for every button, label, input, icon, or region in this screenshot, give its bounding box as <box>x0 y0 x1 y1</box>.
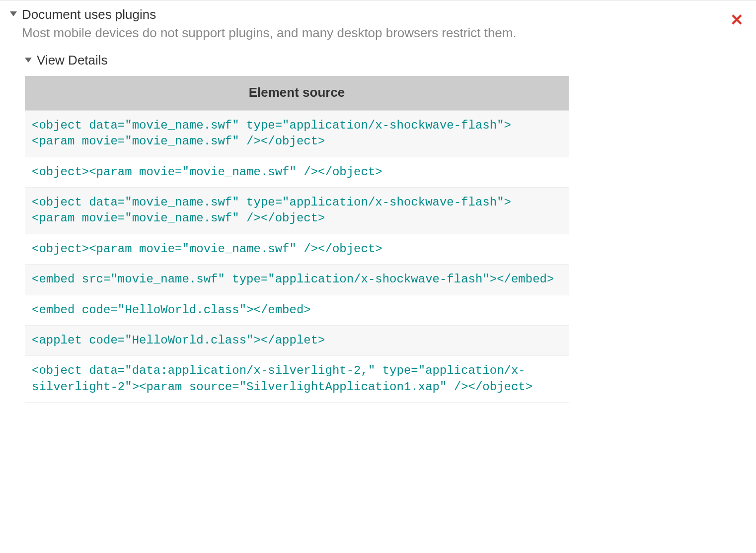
table-row: <object><param movie="movie_name.swf" />… <box>25 234 569 264</box>
audit-title: Document uses plugins <box>22 6 746 23</box>
fail-icon: ✕ <box>730 10 744 29</box>
chevron-down-icon <box>25 58 32 63</box>
code-cell: <object data="movie_name.swf" type="appl… <box>25 188 569 234</box>
audit-title-block: Document uses plugins Most mobile device… <box>22 6 746 42</box>
table-row: <embed code="HelloWorld.class"></embed> <box>25 295 569 325</box>
code-cell: <object data="data:application/x-silverl… <box>25 356 569 403</box>
chevron-down-icon[interactable] <box>10 11 17 16</box>
audit-container: Document uses plugins Most mobile device… <box>0 0 756 413</box>
code-cell: <embed code="HelloWorld.class"></embed> <box>25 295 569 325</box>
code-cell: <object><param movie="movie_name.swf" />… <box>25 157 569 187</box>
code-cell: <object data="movie_name.swf" type="appl… <box>25 110 569 157</box>
details-toggle[interactable]: View Details <box>25 53 746 68</box>
table-header: Element source <box>25 76 569 111</box>
details-table: Element source <object data="movie_name.… <box>25 76 569 403</box>
code-cell: <applet code="HelloWorld.class"></applet… <box>25 326 569 356</box>
table-row: <embed src="movie_name.swf" type="applic… <box>25 265 569 295</box>
table-row: <object><param movie="movie_name.swf" />… <box>25 157 569 187</box>
table-row: <object data="movie_name.swf" type="appl… <box>25 188 569 234</box>
table-body: <object data="movie_name.swf" type="appl… <box>25 110 569 402</box>
table-row: <object data="data:application/x-silverl… <box>25 356 569 403</box>
details-section: View Details Element source <object data… <box>25 53 746 403</box>
table-row: <object data="movie_name.swf" type="appl… <box>25 110 569 157</box>
audit-description: Most mobile devices do not support plugi… <box>22 24 746 42</box>
table-row: <applet code="HelloWorld.class"></applet… <box>25 326 569 356</box>
code-cell: <object><param movie="movie_name.swf" />… <box>25 234 569 264</box>
code-cell: <embed src="movie_name.swf" type="applic… <box>25 265 569 295</box>
audit-header: Document uses plugins Most mobile device… <box>10 6 746 42</box>
details-label: View Details <box>37 53 108 68</box>
